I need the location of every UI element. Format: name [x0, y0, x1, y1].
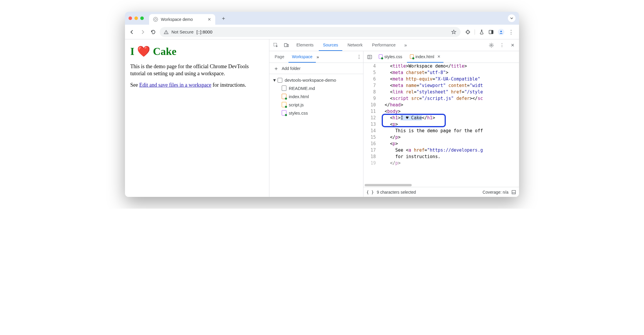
rendered-page: I ❤️ Cake This is the demo page for the …: [125, 39, 269, 197]
toolbar: Not Secure [::]:8000 ⋮: [125, 25, 519, 39]
svg-rect-9: [368, 55, 372, 59]
nav-menu-icon[interactable]: ⋮: [357, 54, 361, 60]
svg-rect-3: [491, 30, 493, 34]
close-tab-icon[interactable]: ✕: [208, 17, 211, 22]
menu-icon[interactable]: ⋮: [508, 29, 514, 35]
file-tree: ▼ devtools-workspace-demo README.md inde…: [269, 74, 363, 119]
selection-status: 9 characters selected: [377, 190, 416, 195]
heart-icon: ❤️: [137, 46, 150, 57]
file-icon: [379, 54, 383, 59]
add-folder-button[interactable]: ＋ Add folder: [269, 63, 363, 74]
settings-icon[interactable]: [487, 41, 496, 50]
arrow-left-icon: [129, 29, 135, 35]
page-paragraph: This is the demo page for the official C…: [130, 63, 264, 77]
browser-tab[interactable]: Workspace demo ✕: [149, 14, 215, 25]
labs-icon[interactable]: [479, 29, 484, 35]
device-toolbar-icon[interactable]: [282, 41, 291, 50]
close-devtools-icon[interactable]: ✕: [508, 41, 517, 50]
nav-tab-page[interactable]: Page: [271, 51, 288, 63]
browser-window: Workspace demo ✕ ＋ Not Secure [::]:8000: [125, 12, 519, 197]
tab-elements[interactable]: Elements: [292, 40, 318, 51]
devtools-menu-icon[interactable]: ⋮: [497, 41, 507, 50]
triangle-down-icon: ▼: [272, 78, 275, 83]
file-icon: [410, 54, 414, 59]
nav-tab-workspace[interactable]: Workspace: [288, 51, 316, 63]
more-nav-tabs-icon[interactable]: »: [316, 54, 319, 59]
warning-icon: [164, 30, 168, 34]
folder-icon: [278, 77, 282, 83]
close-editor-tab-icon[interactable]: ✕: [437, 54, 441, 59]
sources-navigator: Page Workspace » ⋮ ＋ Add folder ▼: [269, 51, 363, 197]
editor-tab-index[interactable]: index.html ✕: [407, 51, 443, 63]
tab-performance[interactable]: Performance: [368, 40, 400, 51]
minimize-window-button[interactable]: [134, 16, 138, 20]
svg-rect-7: [287, 44, 288, 47]
editor-tabs: styles.css index.html ✕: [363, 51, 519, 63]
tab-sources[interactable]: Sources: [319, 40, 342, 51]
file-icon: [282, 102, 286, 107]
devtools-tabs: Elements Sources Network Performance » ⋮…: [269, 39, 519, 51]
extensions-icon[interactable]: [465, 29, 471, 35]
editor-tab-styles[interactable]: styles.css: [376, 51, 405, 63]
tab-network[interactable]: Network: [343, 40, 367, 51]
reload-button[interactable]: [149, 28, 157, 36]
tab-title: Workspace demo: [161, 17, 193, 22]
pretty-print-icon[interactable]: { }: [366, 190, 374, 195]
tree-file[interactable]: README.md: [269, 84, 363, 92]
file-icon: [282, 94, 286, 99]
close-window-button[interactable]: [129, 16, 132, 20]
editor-tab-label: index.html: [416, 54, 434, 59]
file-label: script.js: [289, 102, 304, 107]
tree-folder[interactable]: ▼ devtools-workspace-demo: [269, 76, 363, 84]
toolbar-icons: ⋮: [463, 29, 516, 35]
star-icon[interactable]: [451, 29, 456, 35]
svg-rect-0: [166, 31, 166, 33]
svg-point-4: [500, 31, 502, 32]
page-paragraph: See Edit and save files in a workspace f…: [130, 81, 264, 88]
back-button[interactable]: [128, 28, 136, 36]
svg-rect-1: [166, 33, 166, 33]
arrow-right-icon: [140, 29, 145, 35]
globe-icon: [153, 17, 158, 22]
page-heading: I ❤️ Cake: [130, 45, 264, 58]
editor-tab-label: styles.css: [384, 54, 402, 59]
more-tabs-icon[interactable]: »: [401, 41, 410, 50]
side-panel-icon[interactable]: [488, 29, 494, 35]
code-editor[interactable]: 4 <title>Workspace demo</title> 5 <meta …: [363, 63, 519, 183]
profile-avatar[interactable]: [498, 29, 504, 35]
maximize-window-button[interactable]: [140, 16, 144, 20]
folder-label: devtools-workspace-demo: [285, 78, 336, 83]
horizontal-scrollbar[interactable]: [363, 183, 519, 187]
file-label: index.html: [289, 94, 309, 99]
heading-text: Cake: [150, 46, 176, 57]
add-folder-label: Add folder: [282, 66, 301, 71]
toggle-navigator-icon[interactable]: [365, 53, 374, 61]
editor-statusbar: { } 9 characters selected Coverage: n/a: [363, 187, 519, 197]
editor-area: styles.css index.html ✕ 4 <title>Workspa…: [363, 51, 519, 197]
svg-rect-6: [284, 43, 287, 47]
chevron-down-icon: [510, 16, 513, 20]
workspace-link[interactable]: Edit and save files in a workspace: [139, 82, 211, 88]
inspect-element-icon[interactable]: [271, 41, 281, 50]
separator: [475, 29, 475, 35]
address-bar[interactable]: Not Secure [::]:8000: [160, 27, 461, 37]
heading-text: I: [130, 46, 137, 57]
new-tab-button[interactable]: ＋: [219, 14, 228, 22]
coverage-status: Coverage: n/a: [483, 190, 508, 195]
forward-button[interactable]: [139, 28, 147, 36]
drawer-toggle-icon[interactable]: [511, 190, 516, 195]
titlebar: Workspace demo ✕ ＋: [125, 12, 519, 25]
file-icon: [282, 86, 286, 91]
devtools-panel: Elements Sources Network Performance » ⋮…: [269, 39, 519, 197]
tree-file[interactable]: styles.css: [269, 109, 363, 117]
tree-file[interactable]: index.html: [269, 92, 363, 101]
security-label: Not Secure: [171, 29, 193, 34]
tree-file[interactable]: script.js: [269, 101, 363, 109]
file-label: README.md: [289, 86, 315, 91]
svg-point-8: [491, 44, 492, 46]
svg-rect-10: [512, 190, 515, 194]
navigator-tabs: Page Workspace » ⋮: [269, 51, 363, 63]
tabs-dropdown-button[interactable]: [508, 14, 515, 22]
content-area: I ❤️ Cake This is the demo page for the …: [125, 39, 519, 197]
window-controls: [129, 16, 144, 20]
